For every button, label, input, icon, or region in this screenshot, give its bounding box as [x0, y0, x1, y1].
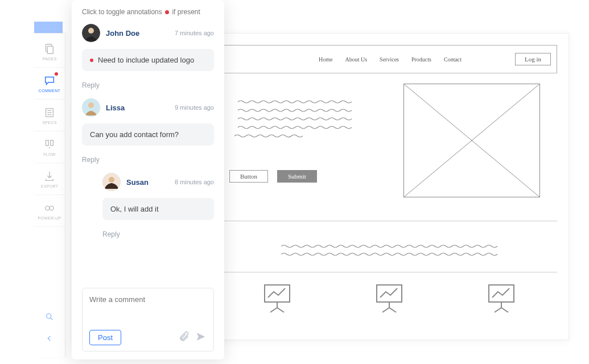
wireframe-page: Home About Us Services Products Contact …: [221, 45, 557, 324]
svg-rect-18: [377, 285, 402, 302]
annotation-dot-icon: [165, 10, 169, 14]
sidebar-item-specs[interactable]: SPECS: [34, 100, 65, 131]
attachment-icon[interactable]: [178, 331, 190, 344]
wireframe-nav-item: Contact: [444, 56, 462, 63]
svg-point-29: [88, 102, 94, 108]
sidebar-item-powerup[interactable]: POWER-UP: [34, 195, 65, 227]
wireframe-text-section: [221, 221, 557, 272]
sidebar-collapse[interactable]: [34, 328, 65, 349]
presentation-icon: [371, 280, 407, 317]
wireframe-nav-item: Products: [411, 56, 431, 63]
flow-icon: [43, 138, 56, 151]
comment-author: John Doe: [106, 29, 139, 38]
presentation-icon: [483, 280, 520, 317]
svg-point-8: [46, 206, 50, 210]
post-button[interactable]: Post: [89, 330, 121, 345]
svg-line-25: [501, 308, 508, 312]
svg-point-27: [88, 28, 94, 34]
presentation-icon: [259, 280, 295, 317]
comment-timestamp: 9 minutes ago: [175, 104, 214, 111]
wireframe-nav-item: Home: [319, 56, 332, 63]
sidebar-item-comment[interactable]: COMMENT: [34, 68, 65, 100]
panel-hint: Click to toggle annotations if present: [82, 8, 214, 16]
reply-link[interactable]: Reply: [82, 230, 214, 238]
svg-line-24: [495, 308, 501, 312]
wireframe-login-button: Log in: [515, 53, 551, 65]
comment-panel: Click to toggle annotations if present J…: [72, 0, 224, 359]
svg-line-11: [51, 318, 52, 320]
wireframe-icon-row: [221, 272, 557, 324]
comment-timestamp: 8 minutes ago: [175, 179, 214, 185]
sidebar-item-pages[interactable]: PAGES: [34, 36, 65, 68]
svg-point-10: [47, 314, 51, 318]
svg-line-16: [270, 308, 277, 312]
comment-timestamp: 7 minutes ago: [175, 30, 214, 36]
svg-point-31: [109, 177, 114, 183]
sidebar-item-label: PAGES: [42, 57, 56, 61]
comment-body: Can you add contact form?: [82, 123, 214, 146]
annotation-marker-icon[interactable]: [90, 59, 93, 62]
svg-rect-22: [489, 285, 514, 302]
svg-rect-14: [265, 285, 290, 302]
wireframe-button-submit: Submit: [277, 170, 317, 183]
sidebar-item-label: COMMENT: [39, 89, 60, 93]
comment-input[interactable]: [89, 295, 207, 330]
comment-body: Need to include updated logo: [82, 49, 214, 71]
comment-icon: [43, 75, 56, 87]
svg-line-20: [382, 308, 389, 312]
comment-author: Susan: [126, 178, 149, 187]
sidebar-item-label: EXPORT: [41, 184, 58, 188]
comment-body: Ok, I will add it: [102, 198, 214, 220]
comment-author: Lissa: [106, 104, 125, 112]
avatar: [102, 173, 121, 191]
svg-rect-7: [51, 140, 53, 145]
send-arrow-icon[interactable]: [195, 331, 207, 344]
wireframe-image-placeholder: [403, 84, 540, 197]
avatar: [82, 98, 100, 117]
specs-icon: [43, 106, 56, 119]
sidebar-item-label: SPECS: [42, 121, 56, 125]
svg-line-17: [277, 308, 284, 312]
notification-badge: [53, 71, 59, 77]
svg-rect-6: [46, 140, 49, 145]
powerup-icon: [43, 202, 56, 214]
wireframe-nav-item: Services: [380, 56, 399, 63]
svg-rect-1: [47, 46, 53, 53]
svg-line-21: [389, 308, 396, 312]
avatar: [82, 24, 100, 42]
wireframe-nav-item: About Us: [345, 56, 367, 63]
pages-icon: [43, 43, 56, 55]
sidebar-header-bar: [34, 22, 63, 33]
sidebar-search[interactable]: [34, 306, 65, 328]
svg-point-9: [50, 206, 53, 210]
export-icon: [43, 170, 56, 183]
sidebar-item-flow[interactable]: FLOW: [34, 131, 65, 163]
left-sidebar: PAGES COMMENT SPECS FLOW EXPORT POWER-UP: [34, 33, 65, 357]
wireframe-button-primary: Button: [229, 170, 268, 183]
sidebar-item-export[interactable]: EXPORT: [34, 163, 65, 195]
reply-link[interactable]: Reply: [82, 81, 214, 89]
reply-link[interactable]: Reply: [82, 156, 214, 164]
wireframe-text-block: [229, 96, 360, 135]
comment-thread-item: John Doe 7 minutes ago Need to include u…: [82, 24, 214, 71]
comment-thread-item-reply: Susan 8 minutes ago Ok, I will add it: [82, 173, 214, 220]
comment-thread-item: Lissa 9 minutes ago Can you add contact …: [82, 98, 214, 146]
sidebar-item-label: POWER-UP: [38, 216, 61, 220]
wireframe-nav: Home About Us Services Products Contact …: [221, 45, 557, 73]
sidebar-item-label: FLOW: [43, 152, 55, 156]
comment-composer: Post: [82, 288, 214, 351]
